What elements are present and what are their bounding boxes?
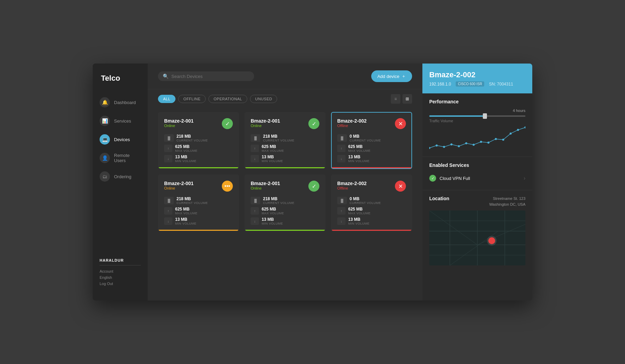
location-section: Location Streetname St. 123Washington DC… — [422, 190, 532, 271]
services-icon: 📊 — [100, 116, 110, 126]
min-metric-group: 13 MB MIN VOLUME — [262, 155, 283, 163]
service-item[interactable]: ✓ Cloud VPN Full › — [429, 172, 525, 184]
down-arrow-icon: ↓ — [251, 155, 259, 162]
min-volume-label: MIN VOLUME — [175, 159, 196, 163]
max-volume-label: MAX VOLUME — [348, 212, 371, 215]
status-line — [332, 230, 411, 231]
current-volume-row: ▐▌ 218 MB CURRENT VOLUME — [164, 134, 233, 142]
card-header: Bmaze-2-001 Online ✓ — [251, 118, 319, 129]
sidebar-item-remote-users[interactable]: 👤 Remote Users — [93, 149, 148, 167]
card-name-status: Bmaze-2-001 Online — [251, 118, 280, 128]
add-device-label: Add device — [377, 74, 399, 79]
list-view-button[interactable]: ≡ — [391, 94, 400, 104]
metric-value-group: 0 MB CURRENT VOLUME — [350, 134, 381, 142]
slider-track — [429, 115, 525, 117]
location-title: Location — [429, 196, 449, 201]
down-arrow-icon: ↓ — [164, 155, 172, 162]
filter-operational[interactable]: OPERATIONAL — [208, 95, 247, 103]
card-name-status: Bmaze-2-001 Online — [164, 181, 194, 190]
metric-value-group: 218 MB CURRENT VOLUME — [177, 196, 208, 205]
volume-icon: ▐▌ — [337, 134, 347, 142]
card-title: Bmaze-2-001 — [251, 118, 280, 124]
device-card[interactable]: Bmaze-2-001 Online ✓ ▐▌ 218 MB CURRENT V… — [245, 112, 326, 169]
min-metric-group: 13 MB MIN VOLUME — [348, 155, 370, 163]
grid-view-button[interactable]: ⊞ — [402, 94, 412, 104]
svg-point-5 — [465, 142, 467, 144]
card-header: Bmaze-2-001 Online ✓ — [164, 118, 233, 129]
current-volume-label: CURRENT VOLUME — [350, 201, 381, 205]
sidebar-link-log-out[interactable]: Log Out — [100, 281, 141, 287]
logo: Telco — [93, 70, 148, 93]
max-volume-label: MAX VOLUME — [262, 149, 284, 152]
card-metrics: ▐▌ 218 MB CURRENT VOLUME ↑ 625 MB MAX VO… — [164, 196, 233, 225]
device-card[interactable]: Bmaze-2-001 Online ✓ ▐▌ 218 MB CURRENT V… — [245, 174, 326, 231]
add-device-button[interactable]: Add device ＋ — [371, 70, 412, 82]
card-name-status: Bmaze-2-002 Offline — [337, 181, 367, 190]
device-header-meta: 192.168.1.0 CISCO 600 ISR SN: 7004311 — [429, 81, 525, 87]
map-container[interactable] — [429, 211, 525, 265]
max-volume-value: 625 MB — [262, 144, 284, 149]
svg-point-0 — [429, 147, 430, 149]
svg-point-26 — [488, 237, 495, 244]
min-volume-label: MIN VOLUME — [262, 222, 283, 225]
down-arrow-icon: ↓ — [164, 217, 172, 225]
devices-icon: 💻 — [100, 134, 110, 145]
sidebar-footer: HARALDUR AccountEnglishLog Out — [93, 251, 148, 294]
main-content: 🔍 Add device ＋ ALLOFFLINEOPERATIONALUNUS… — [148, 64, 422, 300]
device-card[interactable]: Bmaze-2-001 Online ••• ▐▌ 218 MB CURRENT… — [158, 174, 239, 231]
search-input[interactable] — [171, 74, 249, 79]
sidebar-item-dashboard[interactable]: 🔔 Dashboard — [93, 93, 148, 112]
sidebar-link-account[interactable]: Account — [100, 268, 141, 274]
search-box[interactable]: 🔍 — [158, 71, 254, 81]
sidebar-label-ordering: Ordering — [114, 174, 132, 179]
detail-sn: SN: 7004311 — [489, 82, 513, 87]
services-section: Enabled Services ✓ Cloud VPN Full › — [422, 157, 532, 190]
min-volume-value: 13 MB — [175, 155, 196, 159]
filter-all[interactable]: ALL — [158, 95, 175, 103]
service-check-icon: ✓ — [429, 175, 436, 182]
sidebar-item-ordering[interactable]: 🗂 Ordering — [93, 167, 148, 186]
filter-unused[interactable]: UNUSED — [250, 95, 277, 103]
sidebar-divider — [100, 265, 141, 265]
current-volume-label: CURRENT VOLUME — [263, 139, 294, 142]
status-indicator: ✓ — [308, 118, 319, 129]
right-panel: Bmaze-2-002 192.168.1.0 CISCO 600 ISR SN… — [422, 64, 532, 300]
svg-point-10 — [502, 139, 504, 141]
svg-point-3 — [451, 143, 453, 145]
card-metrics: ▐▌ 0 MB CURRENT VOLUME ↑ 625 MB MAX VOLU… — [337, 196, 406, 225]
device-grid: Bmaze-2-001 Online ✓ ▐▌ 218 MB CURRENT V… — [148, 109, 422, 300]
view-icons: ≡ ⊞ — [391, 94, 412, 104]
min-metric-group: 13 MB MIN VOLUME — [175, 155, 196, 163]
map-svg — [429, 211, 525, 265]
ordering-icon: 🗂 — [100, 171, 110, 182]
down-arrow-icon: ↓ — [337, 217, 345, 225]
service-chevron-icon: › — [524, 175, 525, 181]
app-window: Telco 🔔 Dashboard 📊 Services 💻 Devices 👤… — [93, 64, 532, 300]
up-arrow-icon: ↑ — [337, 207, 345, 215]
detail-model: CISCO 600 ISR — [456, 81, 484, 87]
volume-icon: ▐▌ — [164, 197, 174, 204]
status-line — [245, 167, 325, 168]
current-volume-row: ▐▌ 218 MB CURRENT VOLUME — [251, 134, 319, 142]
max-volume-value: 625 MB — [175, 144, 197, 149]
device-card[interactable]: Bmaze-2-001 Online ✓ ▐▌ 218 MB CURRENT V… — [158, 112, 239, 169]
location-address: Streetname St. 123Washington DC, USA — [489, 196, 525, 207]
filter-offline[interactable]: OFFLINE — [178, 95, 206, 103]
sidebar-item-services[interactable]: 📊 Services — [93, 112, 148, 130]
dashboard-icon: 🔔 — [100, 97, 110, 107]
sidebar-link-english[interactable]: English — [100, 274, 141, 281]
device-card[interactable]: Bmaze-2-002 Offline ✕ ▐▌ 0 MB CURRENT VO… — [331, 174, 412, 231]
device-card[interactable]: Bmaze-2-002 Offline ✕ ▐▌ 0 MB CURRENT VO… — [331, 112, 412, 169]
sidebar: Telco 🔔 Dashboard 📊 Services 💻 Devices 👤… — [93, 64, 148, 300]
current-volume-row: ▐▌ 0 MB CURRENT VOLUME — [337, 134, 406, 142]
min-volume-row: ↓ 13 MB MIN VOLUME — [251, 217, 319, 225]
min-volume-value: 13 MB — [348, 217, 370, 222]
current-volume-label: CURRENT VOLUME — [350, 139, 381, 142]
card-name-status: Bmaze-2-001 Online — [251, 181, 280, 190]
metric-value-group: 218 MB CURRENT VOLUME — [263, 196, 294, 205]
sidebar-item-devices[interactable]: 💻 Devices — [93, 130, 148, 149]
min-volume-value: 13 MB — [348, 155, 370, 159]
card-status: Offline — [337, 186, 367, 190]
performance-slider[interactable] — [429, 115, 525, 117]
current-volume-value: 218 MB — [177, 196, 208, 201]
